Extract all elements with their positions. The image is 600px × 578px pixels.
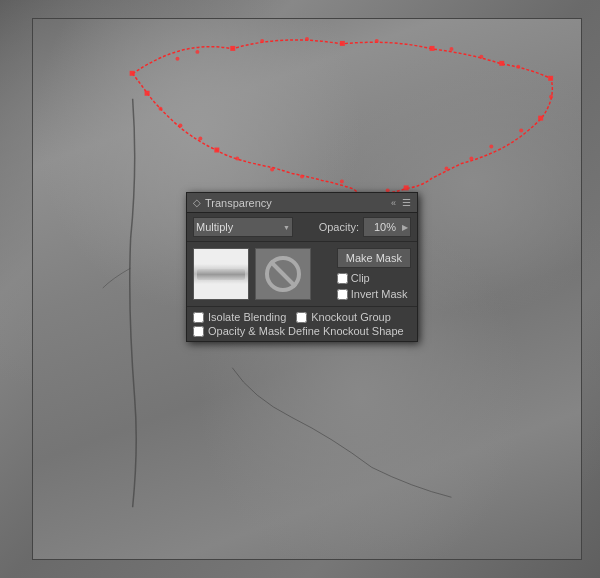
layer-thumbnail[interactable]	[193, 248, 249, 300]
svg-point-19	[549, 95, 553, 99]
svg-point-15	[375, 39, 379, 43]
invert-mask-label: Invert Mask	[351, 288, 408, 300]
svg-point-23	[444, 166, 448, 170]
svg-point-28	[235, 156, 239, 160]
svg-point-31	[159, 107, 163, 111]
svg-rect-2	[340, 41, 345, 46]
canvas-area: ◇ Transparency « ☰ Multiply Normal Darke…	[0, 0, 600, 578]
mask-thumbnail[interactable]	[255, 248, 311, 300]
opacity-input-wrapper: 10% ▶	[363, 217, 411, 237]
knockout-group-checkbox[interactable]	[296, 312, 307, 323]
panel-header-left: ◇ Transparency	[193, 197, 272, 209]
opacity-arrow-button[interactable]: ▶	[400, 223, 410, 232]
svg-point-12	[195, 50, 199, 54]
svg-point-13	[260, 39, 264, 43]
thumb-content	[194, 249, 248, 299]
transparency-panel: ◇ Transparency « ☰ Multiply Normal Darke…	[186, 192, 418, 342]
opacity-label: Opacity:	[319, 221, 359, 233]
opacity-value[interactable]: 10%	[364, 221, 400, 233]
blend-mode-wrapper: Multiply Normal Darken Color Burn Screen…	[193, 217, 293, 237]
svg-rect-10	[145, 91, 150, 96]
svg-point-22	[469, 156, 473, 160]
clip-row: Clip	[337, 272, 411, 284]
svg-point-20	[519, 129, 523, 133]
opacity-mask-row: Opacity & Mask Define Knockout Shape	[193, 325, 411, 337]
isolate-knockout-row: Isolate Blending Knockout Group	[193, 311, 411, 323]
svg-point-16	[449, 47, 453, 51]
thumb-stripe	[197, 269, 246, 280]
svg-rect-3	[430, 46, 435, 51]
invert-mask-checkbox-item: Invert Mask	[337, 288, 408, 300]
clip-label: Clip	[351, 272, 370, 284]
panel-menu-icon[interactable]: ☰	[402, 197, 411, 208]
panel-title: Transparency	[205, 197, 272, 209]
panel-header-right: « ☰	[389, 197, 411, 209]
svg-rect-7	[404, 185, 409, 190]
clip-checkbox-item: Clip	[337, 272, 370, 284]
svg-point-26	[300, 174, 304, 178]
panel-diamond-icon: ◇	[193, 197, 201, 208]
svg-rect-4	[499, 61, 504, 66]
knockout-group-label: Knockout Group	[311, 311, 391, 323]
mask-options: Make Mask Clip Invert Mask	[337, 248, 411, 300]
svg-point-17	[479, 55, 483, 59]
svg-point-25	[340, 179, 344, 183]
svg-rect-6	[538, 116, 543, 121]
svg-rect-0	[130, 71, 135, 76]
clip-checkbox[interactable]	[337, 273, 348, 284]
invert-mask-checkbox[interactable]	[337, 289, 348, 300]
isolate-blending-checkbox[interactable]	[193, 312, 204, 323]
panel-header: ◇ Transparency « ☰	[187, 193, 417, 213]
blend-mode-select[interactable]: Multiply Normal Darken Color Burn Screen…	[193, 217, 293, 237]
svg-rect-9	[214, 148, 219, 153]
svg-point-27	[270, 167, 274, 171]
svg-point-21	[489, 145, 493, 149]
isolate-blending-label: Isolate Blending	[208, 311, 286, 323]
no-mask-icon	[265, 256, 301, 292]
svg-point-29	[198, 137, 202, 141]
svg-point-14	[305, 37, 309, 41]
blend-opacity-row: Multiply Normal Darken Color Burn Screen…	[187, 213, 417, 242]
panel-collapse-button[interactable]: «	[389, 197, 398, 209]
svg-rect-1	[230, 46, 235, 51]
svg-point-18	[516, 65, 520, 69]
svg-point-30	[178, 124, 182, 128]
thumbnail-row: Make Mask Clip Invert Mask	[187, 242, 417, 307]
make-mask-button[interactable]: Make Mask	[337, 248, 411, 268]
opacity-mask-checkbox[interactable]	[193, 326, 204, 337]
opacity-mask-label: Opacity & Mask Define Knockout Shape	[208, 325, 404, 337]
invert-mask-row: Invert Mask	[337, 288, 411, 300]
bottom-options: Isolate Blending Knockout Group Opacity …	[187, 307, 417, 341]
svg-point-11	[175, 57, 179, 61]
svg-rect-5	[548, 76, 553, 81]
